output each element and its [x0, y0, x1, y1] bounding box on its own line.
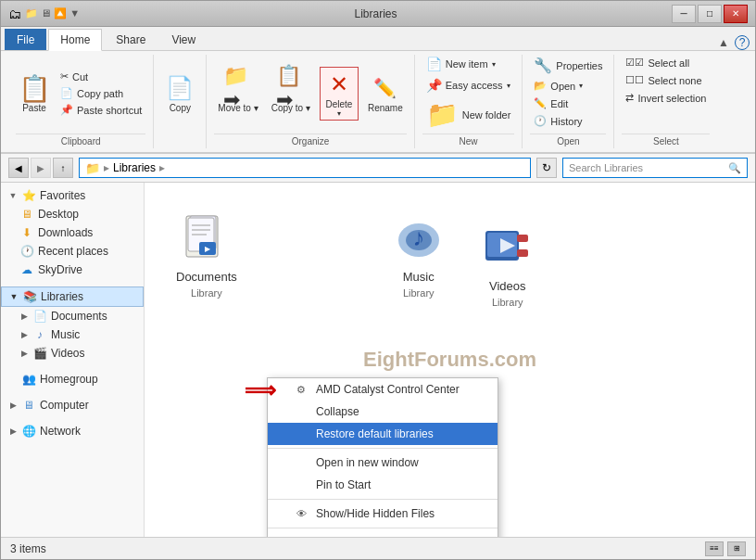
address-box[interactable]: 📁 ▸ Libraries ▸	[79, 158, 531, 178]
ctx-open-new-label: Open in new window	[316, 456, 419, 469]
tab-file[interactable]: File	[5, 29, 46, 50]
new-folder-button[interactable]: 📁 New folder	[422, 97, 515, 132]
ribbon: 📋 Paste ✂Cut 📄Copy path 📌Paste shortcut …	[1, 51, 755, 154]
music-label: Music	[403, 270, 435, 284]
up-button[interactable]: ↑	[53, 158, 73, 178]
ctx-copy-label: Copy	[316, 536, 342, 537]
cut-button[interactable]: ✂Cut	[57, 69, 145, 84]
context-menu: ⚙ AMD Catalyst Control Center Collapse R…	[267, 377, 498, 537]
sidebar-computer[interactable]: ▶ 🖥 Computer	[1, 396, 144, 414]
copy-button[interactable]: 📄 Copy	[161, 71, 198, 115]
paste-shortcut-button[interactable]: 📌Paste shortcut	[57, 102, 145, 118]
documents-label: Documents	[176, 270, 237, 284]
documents-icon: ▶	[179, 210, 234, 266]
large-icons-view-button[interactable]: ⊞	[727, 541, 746, 556]
ctx-restore-item[interactable]: Restore default libraries	[268, 423, 498, 445]
videos-label: Videos	[489, 279, 526, 293]
collapse-ribbon-icon[interactable]: ▲	[718, 36, 729, 49]
videos-type: Library	[492, 297, 523, 308]
ctx-collapse-label: Collapse	[316, 405, 359, 418]
ctx-eye-icon: 👁	[294, 508, 309, 519]
library-grid: ▶ Documents Library ♪ Musi	[159, 194, 740, 325]
rename-button[interactable]: ✏️ Rename	[364, 71, 407, 115]
paste-button[interactable]: 📋 Paste	[16, 71, 53, 115]
sidebar-desktop[interactable]: 🖥 Desktop	[1, 205, 144, 223]
window-controls: ─ □ ✕	[672, 5, 748, 23]
copy-to-button[interactable]: 📋➡ Copy to ▾	[268, 71, 314, 115]
maximize-button[interactable]: □	[698, 5, 722, 23]
select-all-button[interactable]: ☑☑Select all	[622, 55, 693, 70]
ctx-open-new-window-item[interactable]: Open in new window	[268, 452, 498, 474]
sidebar-homegroup[interactable]: 👥 Homegroup	[1, 370, 144, 388]
view-buttons: ≡≡ ⊞	[705, 541, 746, 556]
ctx-copy-item[interactable]: Copy	[268, 531, 498, 537]
minimize-button[interactable]: ─	[672, 5, 696, 23]
main-area: ▼ ⭐ Favorites 🖥 Desktop ⬇ Downloads 🕐 Re…	[1, 183, 755, 537]
clipboard-group: 📋 Paste ✂Cut 📄Copy path 📌Paste shortcut …	[8, 55, 154, 148]
ctx-sep-1	[268, 448, 498, 449]
ctx-sep-2	[268, 499, 498, 500]
address-bar: ◀ ▶ ↑ 📁 ▸ Libraries ▸ ↻ Search Libraries…	[1, 154, 755, 183]
easy-access-button[interactable]: 📌Easy access▾	[422, 76, 514, 95]
sidebar: ▼ ⭐ Favorites 🖥 Desktop ⬇ Downloads 🕐 Re…	[1, 183, 145, 537]
delete-button[interactable]: ✕ Delete ▾	[320, 67, 359, 121]
refresh-button[interactable]: ↻	[536, 158, 557, 178]
ribbon-tabs: File Home Share View ▲ ?	[1, 27, 755, 51]
new-item-button[interactable]: 📄New item▾	[422, 55, 499, 73]
ctx-collapse-item[interactable]: Collapse	[268, 401, 498, 423]
open-button[interactable]: 📂Open▾	[530, 78, 586, 94]
svg-rect-15	[517, 249, 528, 257]
ctx-show-hidden-item[interactable]: 👁 Show/Hide Hidden Files	[268, 503, 498, 525]
sidebar-network[interactable]: ▶ 🌐 Network	[1, 422, 144, 440]
sidebar-skydrive[interactable]: ☁ SkyDrive	[1, 261, 144, 279]
title-bar: 🗂 📁 🖥 🔼 ▼ Libraries ─ □ ✕	[1, 1, 755, 27]
properties-button[interactable]: 🔧 Properties	[530, 55, 606, 76]
open-group-label: Open	[530, 134, 606, 148]
tab-view[interactable]: View	[159, 29, 208, 50]
ctx-show-hidden-label: Show/Hide Hidden Files	[316, 507, 435, 520]
sidebar-favorites[interactable]: ▼ ⭐ Favorites	[1, 186, 144, 205]
select-none-button[interactable]: ☐☐Select none	[622, 72, 705, 88]
ctx-pin-start-item[interactable]: Pin to Start	[268, 474, 498, 496]
help-icon[interactable]: ?	[735, 35, 750, 50]
library-item-music[interactable]: ♪ Music Library	[384, 203, 454, 315]
organize-group-label: Organize	[214, 134, 406, 148]
select-group: ☑☑Select all ☐☐Select none ⇄Invert selec…	[614, 55, 717, 148]
status-items-count: 3 items	[10, 542, 46, 555]
ctx-amd-label: AMD Catalyst Control Center	[316, 383, 460, 396]
sidebar-documents[interactable]: ▶ 📄 Documents	[1, 307, 144, 325]
search-icon: 🔍	[728, 162, 741, 174]
watermark: EightForums.com	[363, 348, 536, 372]
address-path: Libraries	[113, 161, 156, 174]
sidebar-music[interactable]: ▶ ♪ Music	[1, 325, 144, 344]
svg-text:▶: ▶	[205, 245, 211, 253]
edit-button[interactable]: ✏️Edit	[530, 95, 572, 111]
sidebar-videos[interactable]: ▶ 🎬 Videos	[1, 344, 144, 363]
status-bar: 3 items ≡≡ ⊞	[1, 537, 755, 559]
forward-button[interactable]: ▶	[31, 158, 51, 178]
music-icon: ♪	[391, 210, 447, 266]
ctx-amd-icon: ⚙	[294, 384, 309, 396]
history-button[interactable]: 🕐History	[530, 113, 586, 129]
ctx-sep-3	[268, 528, 498, 528]
move-to-button[interactable]: 📁➡ Move to ▾	[214, 71, 261, 115]
tab-home[interactable]: Home	[48, 29, 102, 51]
sidebar-downloads[interactable]: ⬇ Downloads	[1, 223, 144, 242]
details-view-button[interactable]: ≡≡	[705, 541, 724, 556]
back-button[interactable]: ◀	[8, 158, 29, 178]
window: 🗂 📁 🖥 🔼 ▼ Libraries ─ □ ✕ File Home Shar…	[0, 0, 756, 560]
library-item-documents[interactable]: ▶ Documents Library	[169, 203, 245, 315]
invert-selection-button[interactable]: ⇄Invert selection	[622, 90, 710, 106]
copy-path-button[interactable]: 📄Copy path	[57, 85, 145, 101]
library-item-videos[interactable]: Videos Library	[472, 212, 543, 315]
svg-text:♪: ♪	[412, 223, 424, 251]
new-group-label: New	[422, 134, 515, 148]
sidebar-recent-places[interactable]: 🕐 Recent places	[1, 242, 144, 261]
ctx-amd-item[interactable]: ⚙ AMD Catalyst Control Center	[268, 378, 498, 401]
search-box[interactable]: Search Libraries 🔍	[562, 158, 748, 178]
sidebar-libraries[interactable]: ▼ 📚 Libraries	[1, 286, 144, 307]
tab-share[interactable]: Share	[104, 29, 158, 50]
close-button[interactable]: ✕	[724, 5, 748, 23]
ctx-restore-label: Restore default libraries	[316, 427, 434, 440]
music-type: Library	[403, 287, 435, 299]
